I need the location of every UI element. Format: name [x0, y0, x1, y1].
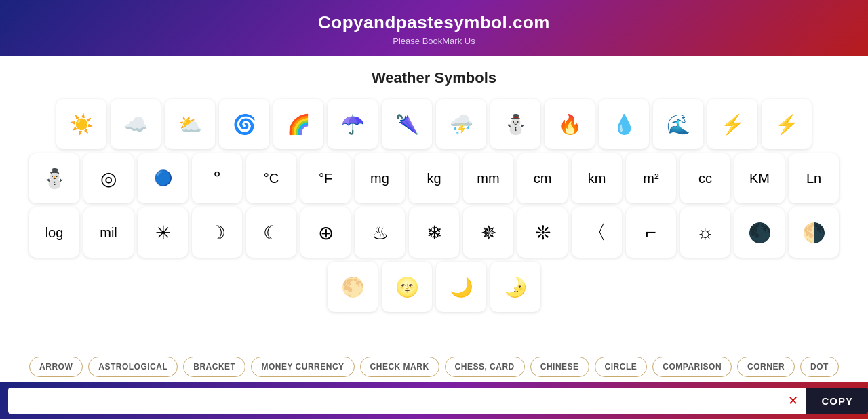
- symbol-umbrella[interactable]: ☂️: [328, 99, 378, 149]
- category-astrological[interactable]: ASTROLOGICAL: [88, 357, 178, 377]
- symbol-km[interactable]: km: [572, 153, 622, 203]
- search-input[interactable]: [8, 388, 780, 414]
- symbol-first-quarter-moon[interactable]: 🌛: [490, 262, 540, 312]
- symbol-row-4: 🌕 🌝 🌙 🌛: [27, 262, 841, 312]
- symbol-crescent-right[interactable]: ☽: [192, 207, 242, 258]
- symbol-wave[interactable]: 🌊: [653, 99, 703, 149]
- symbol-closed-umbrella[interactable]: 🌂: [382, 99, 432, 149]
- symbol-celsius[interactable]: °C: [246, 153, 296, 203]
- category-money-currency[interactable]: MONEY CURRENCY: [251, 357, 354, 377]
- symbol-droplet[interactable]: 💧: [599, 99, 649, 149]
- symbol-full-moon-face[interactable]: 🌝: [382, 262, 432, 312]
- symbol-snowman[interactable]: ⛄: [490, 99, 540, 149]
- symbol-mg[interactable]: mg: [355, 153, 405, 203]
- symbol-degree[interactable]: °: [192, 153, 242, 203]
- symbol-sun[interactable]: ☀️: [56, 99, 106, 149]
- symbol-snowflake3[interactable]: ❊: [517, 207, 568, 258]
- symbol-cloud[interactable]: ☁️: [111, 99, 161, 149]
- symbol-cyclone[interactable]: 🌀: [219, 99, 269, 149]
- clear-button[interactable]: ✕: [780, 388, 806, 414]
- search-bar: ✕ COPY: [0, 382, 868, 419]
- page-title: Weather Symbols: [372, 69, 496, 87]
- category-corner[interactable]: CORNER: [737, 357, 795, 377]
- symbol-log[interactable]: log: [29, 207, 79, 258]
- symbol-m2[interactable]: m²: [626, 153, 676, 203]
- category-circle[interactable]: CIRCLE: [595, 357, 648, 377]
- symbol-new-moon[interactable]: 🌑: [734, 207, 785, 258]
- symbol-sun2[interactable]: ✳: [138, 207, 188, 258]
- category-dot[interactable]: DOT: [800, 357, 839, 377]
- symbol-mm[interactable]: mm: [463, 153, 513, 203]
- symbol-mil[interactable]: mil: [83, 207, 134, 258]
- symbol-thunder-rain[interactable]: ⛈️: [436, 99, 486, 149]
- site-title: Copyandpastesymbol.com: [0, 12, 868, 33]
- symbol-last-quarter[interactable]: 🌗: [789, 207, 839, 258]
- symbol-fire[interactable]: 🔥: [545, 99, 595, 149]
- symbol-full-moon[interactable]: 🌕: [328, 262, 378, 312]
- symbol-sun3[interactable]: ☼: [680, 207, 730, 258]
- symbol-KM[interactable]: KM: [734, 153, 785, 203]
- category-bracket[interactable]: BRACKET: [183, 357, 245, 377]
- site-header: Copyandpastesymbol.com Please BookMark U…: [0, 0, 868, 56]
- symbol-snowflake1[interactable]: ❄: [409, 207, 459, 258]
- category-chinese[interactable]: CHINESE: [530, 357, 589, 377]
- symbol-row-2: ⛄ ◎ 🔵 ° °C °F mg kg mm cm km m² cc KM Ln: [27, 153, 841, 203]
- site-subtitle: Please BookMark Us: [0, 36, 868, 46]
- category-check-mark[interactable]: CHECK MARK: [360, 357, 439, 377]
- symbol-partly-cloudy[interactable]: ⛅: [165, 99, 215, 149]
- category-bar: ARROW ASTROLOGICAL BRACKET MONEY CURRENC…: [0, 351, 868, 382]
- symbol-angle-left[interactable]: 〈: [572, 207, 622, 258]
- symbol-spiral[interactable]: 🔵: [138, 153, 188, 203]
- symbol-snowflake2[interactable]: ✵: [463, 207, 513, 258]
- category-chess-card[interactable]: CHESS, CARD: [445, 357, 525, 377]
- symbol-bullseye[interactable]: ◎: [83, 153, 134, 203]
- symbol-lightning2[interactable]: ⚡: [762, 99, 812, 149]
- symbol-lightning[interactable]: ⚡: [707, 99, 757, 149]
- category-comparison[interactable]: COMPARISON: [652, 357, 732, 377]
- symbol-crescent-left[interactable]: ☾: [246, 207, 296, 258]
- category-arrow[interactable]: ARROW: [29, 357, 83, 377]
- symbol-hot-springs[interactable]: ♨: [355, 207, 405, 258]
- symbol-kg[interactable]: kg: [409, 153, 459, 203]
- symbol-earth[interactable]: ⊕: [300, 207, 351, 258]
- symbol-ln[interactable]: Ln: [789, 153, 839, 203]
- symbol-corner[interactable]: ⌐: [626, 207, 676, 258]
- symbol-grid: ☀️ ☁️ ⛅ 🌀 🌈 ☂️ 🌂 ⛈️ ⛄ 🔥 💧 🌊 ⚡ ⚡ ⛄ ◎ 🔵 ° …: [27, 99, 841, 312]
- symbol-rainbow[interactable]: 🌈: [273, 99, 323, 149]
- symbol-cm[interactable]: cm: [517, 153, 568, 203]
- symbol-cc[interactable]: cc: [680, 153, 730, 203]
- symbol-fahrenheit[interactable]: °F: [300, 153, 351, 203]
- symbol-row-3: log mil ✳ ☽ ☾ ⊕ ♨ ❄ ✵ ❊ 〈 ⌐ ☼ 🌑 🌗: [27, 207, 841, 258]
- symbol-row-1: ☀️ ☁️ ⛅ 🌀 🌈 ☂️ 🌂 ⛈️ ⛄ 🔥 💧 🌊 ⚡ ⚡: [27, 99, 841, 149]
- symbol-crescent-moon[interactable]: 🌙: [436, 262, 486, 312]
- copy-button[interactable]: COPY: [806, 388, 868, 414]
- main-content: Weather Symbols ☀️ ☁️ ⛅ 🌀 🌈 ☂️ 🌂 ⛈️ ⛄ 🔥 …: [0, 56, 868, 351]
- symbol-snowman2[interactable]: ⛄: [29, 153, 79, 203]
